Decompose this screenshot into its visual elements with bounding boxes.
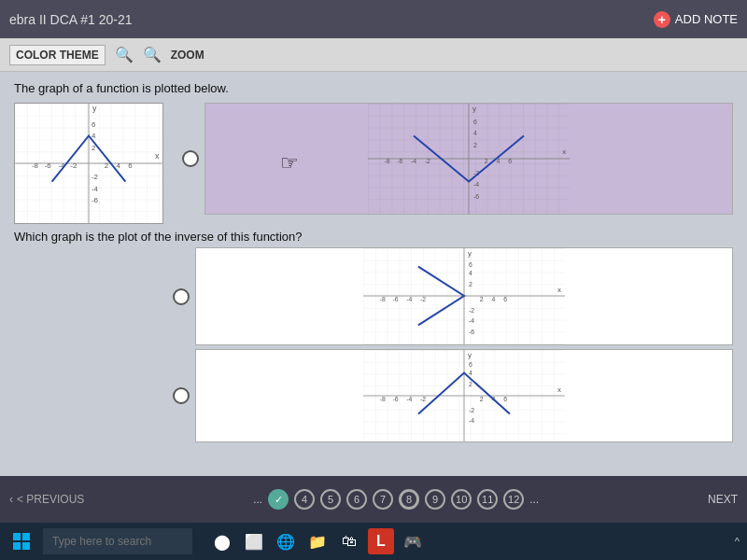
- question-line1: The graph of a function is plotted below…: [14, 81, 733, 95]
- svg-text:x: x: [155, 151, 160, 161]
- svg-rect-76: [22, 533, 30, 540]
- page-8[interactable]: 8: [399, 489, 419, 510]
- system-time: ^: [735, 536, 740, 547]
- zoom-label: ZOOM: [171, 49, 204, 62]
- option-a-radio[interactable]: [182, 150, 199, 167]
- svg-text:4: 4: [469, 370, 472, 376]
- option-b-graph: x y 6 4 2 -8 -6 -4 -2 2 4 6 -2 -4 -6: [195, 247, 733, 345]
- page-12[interactable]: 12: [503, 489, 524, 510]
- svg-text:-2: -2: [92, 173, 98, 181]
- option-c-row: x y 6 4 2 -8 -6 -4 -2 2 4 6 -2 -4: [173, 349, 733, 442]
- svg-text:6: 6: [473, 119, 477, 125]
- svg-text:2: 2: [92, 144, 95, 152]
- zoom-in-icon[interactable]: 🔍: [143, 46, 162, 63]
- svg-text:6: 6: [503, 296, 507, 302]
- svg-text:-2: -2: [469, 307, 474, 314]
- option-b-radio[interactable]: [173, 288, 190, 305]
- svg-text:-8: -8: [385, 158, 390, 164]
- svg-text:-6: -6: [392, 296, 398, 302]
- svg-text:y: y: [468, 249, 472, 258]
- option-b-svg: x y 6 4 2 -8 -6 -4 -2 2 4 6 -2 -4 -6: [196, 248, 732, 344]
- dots-right: ...: [529, 493, 539, 506]
- color-theme-button[interactable]: COLOR THEME: [9, 45, 106, 65]
- option-c-section: x y 6 4 2 -8 -6 -4 -2 2 4 6 -2 -4: [14, 349, 733, 442]
- svg-text:-6: -6: [473, 193, 479, 200]
- svg-text:-4: -4: [469, 417, 474, 424]
- svg-text:6: 6: [92, 120, 96, 129]
- svg-text:-4: -4: [406, 396, 412, 402]
- svg-text:2: 2: [480, 296, 484, 302]
- next-button[interactable]: NEXT: [708, 493, 738, 506]
- taskbar-store-icon[interactable]: 🛍: [336, 528, 362, 554]
- option-c-graph: x y 6 4 2 -8 -6 -4 -2 2 4 6 -2 -4: [195, 349, 733, 442]
- add-note-label: ADD NOTE: [675, 12, 738, 26]
- previous-button[interactable]: ‹ < PREVIOUS: [9, 493, 84, 506]
- option-a-graph: x y 6 4 2 -8 -6 -4 -2 2 4 6 -2 -4 -6: [204, 103, 733, 215]
- svg-text:6: 6: [128, 161, 133, 170]
- prev-label: < PREVIOUS: [17, 493, 84, 506]
- svg-text:-8: -8: [32, 161, 39, 170]
- taskbar-system-tray: ^: [735, 536, 740, 547]
- page-5[interactable]: 5: [320, 489, 341, 510]
- svg-text:-8: -8: [380, 396, 386, 402]
- svg-text:2: 2: [469, 281, 472, 287]
- windows-logo-icon: [12, 532, 31, 551]
- svg-text:-2: -2: [420, 296, 426, 302]
- option-a-row: x y 6 4 2 -8 -6 -4 -2 2 4 6 -2 -4 -6: [182, 103, 733, 215]
- page-4[interactable]: 4: [294, 489, 315, 510]
- svg-rect-77: [13, 542, 21, 550]
- svg-text:2: 2: [480, 396, 484, 402]
- option-b-section: x y 6 4 2 -8 -6 -4 -2 2 4 6 -2 -4 -6: [14, 247, 733, 345]
- svg-text:-4: -4: [92, 185, 99, 193]
- taskbar-search-input[interactable]: [43, 528, 192, 554]
- svg-text:6: 6: [469, 261, 472, 268]
- zoom-out-icon[interactable]: 🔍: [115, 46, 134, 63]
- header-bar: ebra II DCA #1 20-21 + ADD NOTE: [0, 0, 747, 38]
- page-6[interactable]: 6: [346, 489, 367, 510]
- svg-text:-2: -2: [70, 161, 77, 170]
- page-3[interactable]: ✓: [268, 489, 289, 510]
- page-10[interactable]: 10: [451, 489, 472, 510]
- svg-text:2: 2: [469, 381, 472, 387]
- dots-left: ...: [253, 493, 262, 506]
- original-graph-svg: x y 6 4 2 -8 -6 -4 -2 2 4 6 -2 -4 -6: [15, 104, 162, 223]
- question-line2: Which graph is the plot of the inverse o…: [14, 230, 733, 244]
- svg-text:2: 2: [485, 158, 488, 164]
- taskbar-game-icon[interactable]: 🎮: [400, 528, 426, 554]
- svg-text:-6: -6: [393, 396, 399, 402]
- svg-text:-8: -8: [380, 296, 386, 302]
- svg-text:x: x: [562, 147, 566, 156]
- add-note-icon: +: [654, 11, 670, 28]
- taskbar-edge-icon[interactable]: 🌐: [273, 528, 299, 554]
- svg-text:4: 4: [469, 270, 472, 276]
- taskbar-folder-icon[interactable]: 📁: [304, 528, 331, 554]
- taskbar-desktop-icon[interactable]: ⬜: [241, 528, 267, 554]
- svg-rect-75: [13, 533, 21, 540]
- add-note-button[interactable]: + ADD NOTE: [654, 11, 738, 28]
- page-title: ebra II DCA #1 20-21: [9, 12, 133, 27]
- option-c-svg: x y 6 4 2 -8 -6 -4 -2 2 4 6 -2 -4: [196, 350, 732, 441]
- original-graph: x y 6 4 2 -8 -6 -4 -2 2 4 6 -2 -4 -6: [14, 103, 163, 224]
- page-11[interactable]: 11: [477, 489, 498, 510]
- taskbar-l-icon[interactable]: L: [368, 528, 394, 554]
- svg-text:-6: -6: [469, 329, 474, 335]
- svg-text:4: 4: [473, 130, 477, 136]
- taskbar-circle-icon[interactable]: ⬤: [209, 528, 235, 554]
- svg-text:-4: -4: [411, 158, 416, 164]
- svg-text:4: 4: [491, 296, 495, 302]
- page-7[interactable]: 7: [373, 489, 393, 510]
- next-label: NEXT: [708, 493, 738, 506]
- windows-start-button[interactable]: [7, 527, 35, 555]
- page-9[interactable]: 9: [425, 489, 445, 510]
- main-content: The graph of a function is plotted below…: [0, 72, 747, 476]
- bottom-navigation: ‹ < PREVIOUS ... ✓ 4 5 6 7 8 9 10 11 12 …: [0, 476, 747, 523]
- svg-rect-78: [22, 542, 30, 550]
- svg-text:-2: -2: [425, 158, 430, 164]
- svg-text:4: 4: [117, 161, 121, 170]
- taskbar-icon-group: ⬤ ⬜ 🌐 📁 🛍 L 🎮: [209, 528, 426, 554]
- svg-text:-6: -6: [92, 196, 99, 204]
- svg-text:6: 6: [503, 396, 507, 402]
- toolbar: COLOR THEME 🔍 🔍 ZOOM: [0, 38, 747, 72]
- option-c-radio[interactable]: [173, 387, 190, 404]
- svg-text:-2: -2: [420, 396, 426, 402]
